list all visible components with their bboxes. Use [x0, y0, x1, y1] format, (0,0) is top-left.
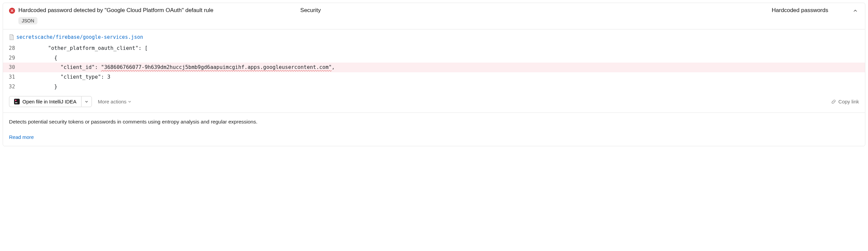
open-in-ide-button[interactable]: Open file in IntelliJ IDEA	[9, 96, 81, 107]
code-content: "client_id": "368606766077-9h639dm2huccj…	[23, 63, 335, 72]
svg-rect-0	[14, 99, 20, 105]
collapse-toggle[interactable]	[851, 7, 859, 15]
description-text: Detects potential security tokens or pas…	[9, 119, 859, 125]
line-number: 29	[3, 53, 23, 63]
issue-header[interactable]: Hardcoded password detected by "Google C…	[3, 3, 865, 16]
file-path-link[interactable]: secretscache/firebase/google-services.js…	[17, 34, 143, 40]
intellij-icon	[14, 99, 20, 105]
description-box: Detects potential security tokens or pas…	[3, 113, 865, 146]
code-line: 30 "client_id": "368606766077-9h639dm2hu…	[3, 63, 865, 72]
tag-row: JSON	[3, 16, 865, 29]
svg-rect-2	[15, 103, 18, 103]
code-content: {	[23, 53, 58, 63]
open-ide-dropdown[interactable]	[81, 96, 92, 107]
code-line: 31 "client_type": 3	[3, 72, 865, 82]
issue-category: Security	[300, 7, 321, 14]
code-content: "client_type": 3	[23, 72, 110, 82]
copy-link-button[interactable]: Copy link	[831, 99, 859, 105]
more-actions-label: More actions	[98, 99, 127, 105]
open-in-ide-label: Open file in IntelliJ IDEA	[22, 99, 76, 105]
code-content: }	[23, 82, 58, 92]
svg-rect-1	[15, 100, 17, 101]
line-number: 31	[3, 72, 23, 82]
code-line: 32 }	[3, 82, 865, 92]
action-row: Open file in IntelliJ IDEA More actions …	[3, 91, 865, 112]
code-content: "other_platform_oauth_client": [	[23, 44, 148, 53]
chevron-down-icon	[85, 100, 88, 104]
detected-secret: "368606766077-9h639dm2huccj5bmb9gd6aapui…	[101, 64, 332, 70]
error-icon	[9, 8, 15, 14]
code-block: 28 "other_platform_oauth_client": [29 {3…	[3, 44, 865, 91]
open-ide-group: Open file in IntelliJ IDEA	[9, 96, 92, 107]
code-line: 29 {	[3, 53, 865, 63]
copy-link-label: Copy link	[838, 99, 859, 105]
line-number: 32	[3, 82, 23, 92]
line-number: 30	[3, 63, 23, 72]
issue-card: Hardcoded password detected by "Google C…	[3, 3, 865, 146]
read-more-link[interactable]: Read more	[9, 134, 34, 140]
issue-title: Hardcoded password detected by "Google C…	[19, 7, 214, 14]
chevron-down-icon	[128, 100, 131, 104]
issue-subcategory: Hardcoded passwords	[772, 7, 828, 14]
line-number: 28	[3, 44, 23, 53]
file-icon	[9, 34, 14, 40]
language-tag: JSON	[19, 17, 37, 24]
file-row: secretscache/firebase/google-services.js…	[3, 29, 865, 44]
link-icon	[831, 99, 836, 105]
more-actions-button[interactable]: More actions	[98, 99, 131, 105]
code-line: 28 "other_platform_oauth_client": [	[3, 44, 865, 53]
